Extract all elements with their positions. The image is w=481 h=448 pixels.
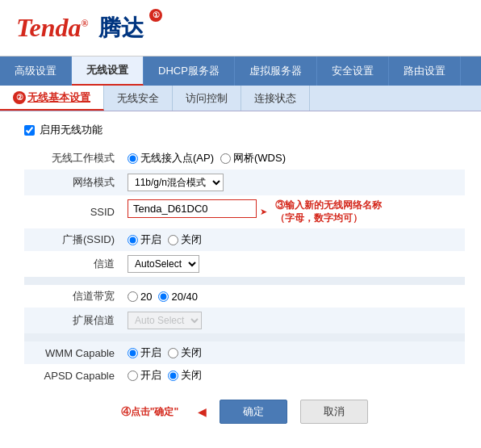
radio-wds[interactable] [220, 153, 231, 164]
apsd-options: 开启 关闭 [128, 368, 458, 383]
subnav-security[interactable]: 无线安全 [104, 86, 173, 111]
enable-wireless-checkbox[interactable] [24, 125, 35, 136]
nav-dhcp[interactable]: DHCP服务器 [144, 57, 235, 86]
content-area: 启用无线功能 无线工作模式 无线接入点(AP) 网桥(WDS) [0, 111, 481, 440]
broadcast-ssid-options: 开启 关闭 [128, 232, 458, 247]
radio-apsd-off[interactable] [168, 371, 178, 381]
label-network-mode: 网络模式 [24, 170, 121, 195]
nav-advanced[interactable]: 高级设置 [0, 57, 72, 86]
subnav: ② 无线基本设置 无线安全 访问控制 连接状态 [0, 86, 481, 111]
subnav-basic[interactable]: ② 无线基本设置 [0, 86, 104, 111]
radio-wmm-off[interactable] [168, 348, 178, 358]
label-ssid: SSID [24, 195, 121, 228]
separator-row-1 [24, 277, 465, 285]
logo-area: Tenda® 腾达 [16, 13, 144, 44]
ssid-annotation: ➤ ③输入新的无线网络名称 （字母，数字均可） [260, 199, 382, 224]
nav-wireless[interactable]: 无线设置 [72, 57, 144, 86]
circle-1-annotation: ① [149, 8, 164, 22]
row-apsd: APSD Capable 开启 关闭 [24, 364, 465, 387]
nav-security[interactable]: 安全设置 [317, 57, 389, 86]
network-mode-select[interactable]: 11b/g/n混合模式 [128, 174, 224, 191]
cancel-button[interactable]: 取消 [300, 400, 368, 424]
network-mode-value: 11b/g/n混合模式 [128, 174, 458, 191]
radio-bw-2040-label[interactable]: 20/40 [158, 291, 198, 303]
circle-2-icon: ② [13, 91, 26, 104]
row-wmm: WMM Capable 开启 关闭 [24, 341, 465, 364]
ext-channel-value: Auto Select [128, 312, 458, 329]
radio-bw-2040[interactable] [158, 291, 169, 302]
radio-wmm-off-label[interactable]: 关闭 [168, 345, 202, 360]
radio-apsd-on-label[interactable]: 开启 [128, 368, 161, 383]
label-wireless-mode: 无线工作模式 [24, 147, 121, 170]
arrow-right-icon: ➤ [260, 207, 267, 217]
separator-row-2 [24, 333, 465, 341]
ext-channel-select[interactable]: Auto Select [128, 312, 202, 329]
radio-ap-label[interactable]: 无线接入点(AP) [128, 151, 214, 165]
logo-chinese: 腾达 [98, 13, 144, 44]
subnav-access[interactable]: 访问控制 [173, 86, 241, 111]
enable-wireless-row: 启用无线功能 [24, 123, 465, 137]
radio-wmm-on[interactable] [128, 348, 138, 358]
form-table: 无线工作模式 无线接入点(AP) 网桥(WDS) [24, 147, 465, 387]
channel-value: AutoSelect [128, 255, 458, 273]
row-ext-channel: 扩展信道 Auto Select [24, 308, 465, 333]
bottom-annotation: ④点击"确定" [121, 405, 178, 419]
row-broadcast-ssid: 广播(SSID) 开启 关闭 [24, 228, 465, 251]
nav-route[interactable]: 路由设置 [389, 57, 461, 86]
row-wireless-mode: 无线工作模式 无线接入点(AP) 网桥(WDS) [24, 147, 465, 170]
confirm-button[interactable]: 确定 [220, 400, 287, 424]
row-network-mode: 网络模式 11b/g/n混合模式 [24, 170, 465, 195]
button-row: ④点击"确定" ◀ 确定 取消 [24, 400, 465, 432]
radio-apsd-off-label[interactable]: 关闭 [168, 368, 202, 383]
label-wmm: WMM Capable [24, 341, 121, 364]
radio-bw-20[interactable] [128, 291, 138, 302]
label-ext-channel: 扩展信道 [24, 308, 121, 333]
row-channel-bw: 信道带宽 20 20/40 [24, 285, 465, 308]
radio-wmm-on-label[interactable]: 开启 [128, 345, 161, 360]
radio-apsd-on[interactable] [128, 371, 138, 381]
label-broadcast-ssid: 广播(SSID) [24, 228, 121, 251]
row-ssid: SSID ➤ ③输入新的无线网络名称 （字母，数字均可） [24, 195, 465, 228]
radio-wds-label[interactable]: 网桥(WDS) [220, 151, 286, 165]
radio-broadcast-off-label[interactable]: 关闭 [168, 232, 202, 247]
row-channel: 信道 AutoSelect [24, 251, 465, 277]
subnav-status[interactable]: 连接状态 [241, 86, 310, 111]
navbar: 高级设置 无线设置 DHCP服务器 虚拟服务器 安全设置 路由设置 [0, 57, 481, 86]
label-channel-bw: 信道带宽 [24, 285, 121, 308]
radio-broadcast-on-label[interactable]: 开启 [128, 232, 161, 247]
enable-wireless-label[interactable]: 启用无线功能 [40, 123, 102, 137]
radio-broadcast-off[interactable] [168, 235, 178, 245]
wmm-options: 开启 关闭 [128, 345, 458, 360]
header: Tenda® 腾达 ① [0, 0, 481, 57]
channel-bw-options: 20 20/40 [128, 291, 458, 303]
channel-select[interactable]: AutoSelect [128, 255, 199, 273]
logo-tenda: Tenda® [16, 13, 89, 43]
radio-bw-20-label[interactable]: 20 [128, 291, 152, 303]
nav-virtual-server[interactable]: 虚拟服务器 [235, 57, 317, 86]
label-apsd: APSD Capable [24, 364, 121, 387]
wireless-mode-options: 无线接入点(AP) 网桥(WDS) [128, 151, 458, 165]
arrow-left-icon: ◀ [198, 405, 207, 418]
radio-broadcast-on[interactable] [128, 235, 138, 245]
circle-1-icon: ① [149, 9, 162, 22]
radio-ap[interactable] [128, 153, 138, 164]
ssid-input[interactable] [128, 199, 257, 218]
label-channel: 信道 [24, 251, 121, 277]
